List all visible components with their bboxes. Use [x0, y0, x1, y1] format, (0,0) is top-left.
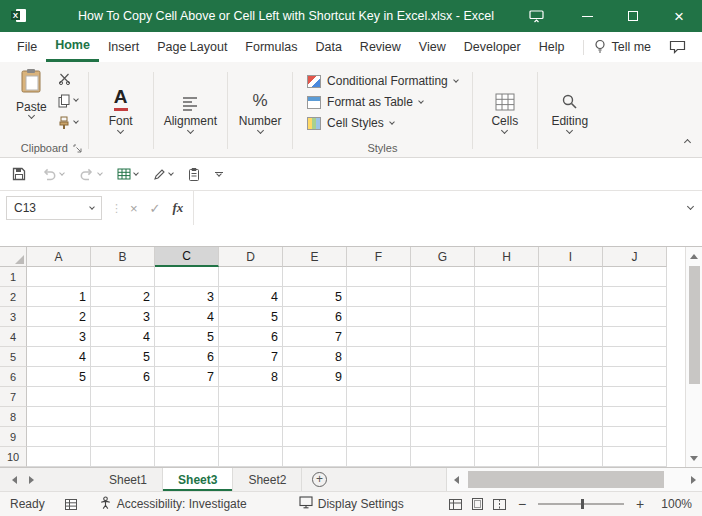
- cell-A2[interactable]: 1: [27, 287, 91, 307]
- row-header-6[interactable]: 6: [0, 367, 27, 387]
- cell-B7[interactable]: [91, 387, 155, 407]
- cell-F5[interactable]: [347, 347, 411, 367]
- row-header-5[interactable]: 5: [0, 347, 27, 367]
- ribbon-tab-developer[interactable]: Developer: [455, 32, 530, 62]
- cell-J6[interactable]: [603, 367, 667, 387]
- cell-G9[interactable]: [411, 427, 475, 447]
- copy-button[interactable]: [58, 92, 78, 109]
- cell-H1[interactable]: [475, 267, 539, 287]
- close-button[interactable]: ×: [656, 0, 702, 32]
- row-header-10[interactable]: 10: [0, 447, 27, 467]
- row-header-7[interactable]: 7: [0, 387, 27, 407]
- cell-C9[interactable]: [155, 427, 219, 447]
- cell-C1[interactable]: [155, 267, 219, 287]
- cell-B1[interactable]: [91, 267, 155, 287]
- ribbon-tab-help[interactable]: Help: [530, 32, 574, 62]
- cell-B4[interactable]: 4: [91, 327, 155, 347]
- customize-qat-button[interactable]: [215, 172, 223, 177]
- formula-input[interactable]: [193, 191, 678, 225]
- cell-E6[interactable]: 9: [283, 367, 347, 387]
- cell-H9[interactable]: [475, 427, 539, 447]
- cell-B6[interactable]: 6: [91, 367, 155, 387]
- insert-function-icon[interactable]: fx: [173, 200, 184, 216]
- scroll-up-icon[interactable]: [686, 248, 702, 264]
- cell-B2[interactable]: 2: [91, 287, 155, 307]
- row-header-8[interactable]: 8: [0, 407, 27, 427]
- zoom-level[interactable]: 100%: [656, 497, 692, 511]
- cell-G7[interactable]: [411, 387, 475, 407]
- paste-button[interactable]: Paste: [11, 66, 52, 131]
- cell-F10[interactable]: [347, 447, 411, 467]
- cell-B5[interactable]: 5: [91, 347, 155, 367]
- cell-A3[interactable]: 2: [27, 307, 91, 327]
- page-layout-view-button[interactable]: [472, 498, 483, 510]
- draw-tool-button[interactable]: [153, 168, 173, 181]
- row-header-4[interactable]: 4: [0, 327, 27, 347]
- column-header-c[interactable]: C: [155, 247, 219, 267]
- cell-E9[interactable]: [283, 427, 347, 447]
- display-settings-button[interactable]: Display Settings: [299, 496, 404, 512]
- column-header-i[interactable]: I: [539, 247, 603, 267]
- ribbon-tab-view[interactable]: View: [410, 32, 455, 62]
- cell-F6[interactable]: [347, 367, 411, 387]
- accessibility-status[interactable]: Accessibility: Investigate: [99, 496, 247, 512]
- cell-C4[interactable]: 5: [155, 327, 219, 347]
- enter-icon[interactable]: ✓: [150, 201, 161, 216]
- name-box[interactable]: C13: [6, 196, 102, 220]
- column-header-h[interactable]: H: [475, 247, 539, 267]
- formula-bar-splitter[interactable]: ⋮: [111, 202, 122, 215]
- ribbon-tab-data[interactable]: Data: [306, 32, 350, 62]
- column-header-e[interactable]: E: [283, 247, 347, 267]
- cell-D8[interactable]: [219, 407, 283, 427]
- clipboard-tool-button[interactable]: [188, 167, 200, 181]
- cell-F9[interactable]: [347, 427, 411, 447]
- cell-H6[interactable]: [475, 367, 539, 387]
- cell-A10[interactable]: [27, 447, 91, 467]
- column-header-f[interactable]: F: [347, 247, 411, 267]
- cell-A4[interactable]: 3: [27, 327, 91, 347]
- cell-E2[interactable]: 5: [283, 287, 347, 307]
- ribbon-tab-file[interactable]: File: [8, 32, 46, 62]
- ribbon-tab-review[interactable]: Review: [351, 32, 410, 62]
- zoom-slider[interactable]: [538, 503, 624, 505]
- cell-C7[interactable]: [155, 387, 219, 407]
- cell-J3[interactable]: [603, 307, 667, 327]
- cell-F2[interactable]: [347, 287, 411, 307]
- horizontal-scrollbar[interactable]: [446, 468, 702, 491]
- cell-I1[interactable]: [539, 267, 603, 287]
- cell-C6[interactable]: 7: [155, 367, 219, 387]
- cell-I10[interactable]: [539, 447, 603, 467]
- row-header-9[interactable]: 9: [0, 427, 27, 447]
- cell-A7[interactable]: [27, 387, 91, 407]
- previous-sheet-icon[interactable]: [12, 476, 17, 484]
- cell-G2[interactable]: [411, 287, 475, 307]
- ribbon-tab-home[interactable]: Home: [46, 32, 99, 62]
- cell-G10[interactable]: [411, 447, 475, 467]
- cell-H3[interactable]: [475, 307, 539, 327]
- cell-F4[interactable]: [347, 327, 411, 347]
- cell-J5[interactable]: [603, 347, 667, 367]
- cell-A6[interactable]: 5: [27, 367, 91, 387]
- row-header-1[interactable]: 1: [0, 267, 27, 287]
- cell-C8[interactable]: [155, 407, 219, 427]
- cell-D3[interactable]: 5: [219, 307, 283, 327]
- cell-F8[interactable]: [347, 407, 411, 427]
- cell-G4[interactable]: [411, 327, 475, 347]
- cell-C3[interactable]: 4: [155, 307, 219, 327]
- ribbon-tab-formulas[interactable]: Formulas: [236, 32, 306, 62]
- cell-E4[interactable]: 7: [283, 327, 347, 347]
- cell-I5[interactable]: [539, 347, 603, 367]
- cell-F1[interactable]: [347, 267, 411, 287]
- cell-E8[interactable]: [283, 407, 347, 427]
- sheet-tab-sheet3[interactable]: Sheet3: [163, 468, 233, 491]
- cell-D10[interactable]: [219, 447, 283, 467]
- editing-group-button[interactable]: Editing: [541, 64, 599, 157]
- tell-me-button[interactable]: Tell me: [594, 39, 651, 56]
- cell-J8[interactable]: [603, 407, 667, 427]
- number-group-button[interactable]: % Number: [231, 64, 289, 157]
- cell-I9[interactable]: [539, 427, 603, 447]
- scroll-down-icon[interactable]: [686, 450, 702, 466]
- normal-view-button[interactable]: [449, 499, 462, 510]
- page-break-view-button[interactable]: [493, 499, 506, 510]
- cell-C2[interactable]: 3: [155, 287, 219, 307]
